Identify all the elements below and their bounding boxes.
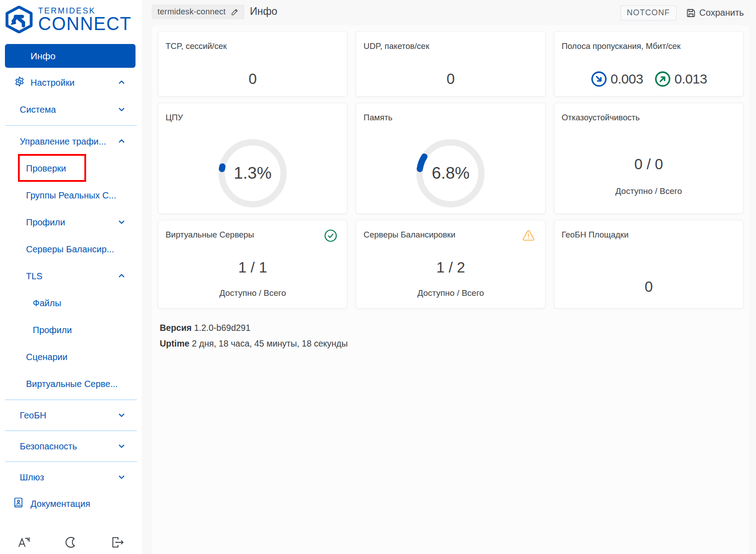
sidebar-item-documentation[interactable]: Документация [0,490,142,517]
sidebar-item-label: Группы Реальных С... [26,190,116,201]
save-floppy-icon [686,8,696,18]
sidebar-item-label: Профили [26,217,65,228]
bandwidth-out-value: 0.013 [674,71,707,87]
upload-arrow-icon [654,70,671,88]
sidebar-item-settings[interactable]: Настройки [0,69,142,96]
dashboard-panel: TCP, сессий/сек 0 UDP, пакетов/сек 0 Пол… [152,26,749,554]
card-balancing-servers-title: Серверы Балансировки [363,230,455,240]
gear-icon [14,76,25,89]
book-icon [14,497,23,510]
card-geobn-sites: ГеоБН Площадки 0 [554,220,743,308]
uptime-value: 2 дня, 18 часа, 45 минуты, 18 секунды [192,339,348,348]
sidebar-divider [5,462,137,462]
sidebar-item-geobn[interactable]: ГеоБН [0,402,142,428]
sidebar-item-label: Управление трафи... [20,136,106,147]
chevron-down-icon[interactable] [118,217,125,228]
sidebar-item-gateway[interactable]: Шлюз [0,464,142,490]
warning-triangle-icon [522,229,535,242]
sidebar-item-label: Шлюз [20,472,44,483]
uptime-label: Uptime [160,339,189,348]
sidebar-item-balancing-servers[interactable]: Серверы Балансир... [0,236,142,263]
edit-pencil-icon[interactable] [231,8,239,16]
sidebar-item-scenarios[interactable]: Сценарии [0,343,142,370]
card-memory-title: Память [363,113,392,123]
card-bandwidth: Полоса пропускания, Мбит/сек 0.003 [554,31,743,97]
save-label: Сохранить [699,8,744,18]
instance-name: termidesk-connect [157,7,226,17]
sidebar-item-security[interactable]: Безопасность [0,433,142,459]
sidebar-item-system[interactable]: Система [0,96,142,123]
instance-name-chip[interactable]: termidesk-connect [152,4,245,19]
download-arrow-icon [590,70,607,88]
brand-line2: CONNECT [38,16,131,31]
card-udp: UDP, пакетов/сек 0 [356,31,545,97]
logout-icon[interactable] [109,533,127,551]
card-tcp: TCP, сессий/сек 0 [158,31,347,97]
card-cpu: ЦПУ 1.3% [158,103,347,214]
sidebar-item-tls-files[interactable]: Файлы [0,290,142,317]
sidebar-item-label: Документация [31,499,90,509]
sidebar-item-tls[interactable]: TLS [0,263,142,290]
brand-text: TERMIDESK CONNECT [38,6,131,31]
uptime-line: Uptime 2 дня, 18 часа, 45 минуты, 18 сек… [160,336,348,352]
sidebar-item-checks[interactable]: Проверки [0,155,142,182]
sidebar-item-label: Настройки [31,78,74,88]
chevron-up-icon[interactable] [118,136,125,147]
page-title: Инфо [250,5,277,18]
card-geobn-sites-value: 0 [555,278,743,295]
sidebar-item-label: Виртуальные Серве... [26,379,118,389]
sidebar-divider [5,400,137,400]
version-value: 1.2.0-b69d291 [194,323,250,333]
chevron-up-icon[interactable] [118,271,125,281]
chevron-down-icon[interactable] [118,472,125,483]
sidebar-nav: НастройкиСистемаУправление трафи...Прове… [0,69,142,517]
sidebar-item-label: Безопасность [20,441,77,452]
sidebar-item-tls-profiles[interactable]: Профили [0,317,142,343]
card-failover-title: Отказоустойчивость [562,113,640,123]
sidebar-divider [5,125,137,126]
sidebar-item-label: Файлы [33,298,61,308]
card-tcp-title: TCP, сессий/сек [166,41,227,51]
main-area: termidesk-connect Инфо NOTCONF Сохранить… [142,0,756,554]
chevron-down-icon[interactable] [118,410,125,421]
sidebar-item-info[interactable]: Инфо [5,44,135,68]
sidebar-item-label: Система [20,105,56,115]
chevron-up-icon[interactable] [118,78,125,88]
language-icon[interactable] [15,533,33,551]
version-label: Версия [160,323,192,333]
sidebar-item-label: TLS [26,271,43,281]
save-button[interactable]: Сохранить [686,8,744,18]
card-geobn-sites-title: ГеоБН Площадки [562,230,629,240]
version-info: Версия 1.2.0-b69d291 Uptime 2 дня, 18 ча… [160,320,348,352]
sidebar-item-traffic-management[interactable]: Управление трафи... [0,128,142,155]
termidesk-logo-icon [5,6,33,33]
card-cpu-title: ЦПУ [166,113,183,123]
sidebar-divider [5,431,137,431]
card-udp-title: UDP, пакетов/сек [363,41,429,51]
chevron-down-icon[interactable] [118,441,125,452]
card-tcp-value: 0 [158,70,347,88]
version-line: Версия 1.2.0-b69d291 [160,320,348,336]
card-failover-label: Доступно / Всего [555,186,743,196]
bandwidth-in-value: 0.003 [611,71,643,87]
sidebar-item-label: ГеоБН [20,410,46,421]
card-balancing-servers-value: 1 / 2 [356,259,545,276]
cpu-gauge-value: 1.3% [217,164,288,183]
sidebar-item-label: Сценарии [26,352,67,362]
sidebar: TERMIDESK CONNECT Инфо НастройкиСистемаУ… [0,0,142,554]
notconf-button[interactable]: NOTCONF [621,5,677,21]
sidebar-item-real-server-groups[interactable]: Группы Реальных С... [0,182,142,209]
sidebar-item-label: Проверки [26,163,66,174]
card-virtual-servers-label: Доступно / Всего [158,288,347,298]
sidebar-item-label: Серверы Балансир... [26,244,114,255]
card-bandwidth-title: Полоса пропускания, Мбит/сек [562,41,681,51]
ok-check-icon [324,229,337,242]
card-balancing-servers-label: Доступно / Всего [356,288,545,298]
card-balancing-servers: Серверы Балансировки 1 / 2 Доступно / Вс… [356,220,545,308]
sidebar-item-profiles[interactable]: Профили [0,209,142,236]
sidebar-item-virtual-servers[interactable]: Виртуальные Серве... [0,370,142,397]
dark-mode-icon[interactable] [62,533,80,551]
card-virtual-servers-title: Виртуальные Серверы [166,230,254,240]
sidebar-footer [0,532,142,553]
chevron-down-icon[interactable] [118,105,125,115]
